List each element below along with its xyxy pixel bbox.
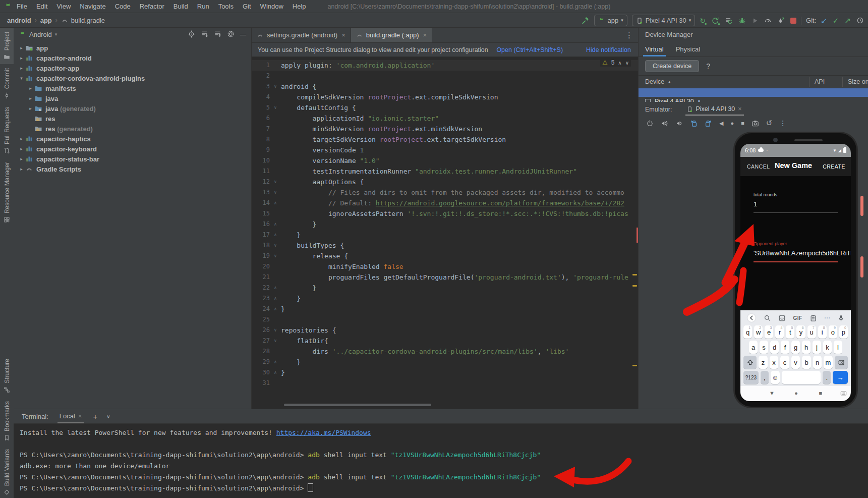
cancel-button[interactable]: CANCEL	[747, 163, 770, 170]
terminal-tab-local[interactable]: Local ×	[57, 409, 84, 423]
sidebar-item-structure[interactable]: Structure	[0, 355, 14, 397]
sidebar-item-commit[interactable]: Commit	[0, 64, 14, 102]
expand-all-icon[interactable]	[201, 30, 208, 39]
tree-item-capacitor-android[interactable]: ▸capacitor-android	[14, 53, 251, 63]
volume-up-icon[interactable]	[661, 120, 668, 127]
prev-issue-icon[interactable]: ∧	[618, 60, 621, 66]
volume-down-icon[interactable]	[675, 120, 683, 127]
sidebar-item-resource-manager[interactable]: Resource Manager	[0, 158, 14, 227]
mic-icon[interactable]	[837, 314, 845, 322]
form-field-total-rounds[interactable]: total rounds1	[754, 192, 838, 213]
run-restart-icon[interactable]: ↻■	[700, 17, 706, 24]
open-project-structure-link[interactable]: Open (Ctrl+Alt+Shift+S)	[496, 46, 563, 53]
warning-stripe-mark[interactable]	[632, 285, 637, 287]
new-terminal-icon[interactable]: +	[93, 412, 97, 421]
rotate-right-icon[interactable]	[705, 120, 712, 127]
fold-marker-icon[interactable]: ∧	[270, 293, 281, 304]
build-hammer-icon[interactable]	[581, 16, 590, 25]
key-h[interactable]: h	[802, 341, 811, 354]
form-field-opponent-player[interactable]: Opponent player'SUr8wwNhLAzempoch5d6hLRi…	[754, 241, 838, 262]
column-api[interactable]: API	[809, 77, 842, 87]
tab-build-gradle-app[interactable]: build.gradle (:app)×	[351, 28, 432, 42]
menu-item-help[interactable]: Help	[288, 3, 311, 10]
key-j[interactable]: j	[813, 341, 821, 354]
key-comma[interactable]: ,	[761, 371, 769, 384]
fold-marker-icon[interactable]: ∨	[270, 177, 281, 187]
tree-item-res[interactable]: res	[14, 114, 251, 124]
key-i[interactable]: i8	[818, 325, 827, 339]
menu-item-refactor[interactable]: Refactor	[135, 3, 169, 10]
back-icon[interactable]: ◀	[719, 120, 723, 127]
gif-button[interactable]: GIF	[793, 315, 802, 321]
fold-marker-icon[interactable]: ∨	[270, 187, 281, 198]
sidebar-item-build-variants[interactable]: Build Variants	[0, 445, 14, 498]
close-icon[interactable]: ×	[423, 31, 427, 39]
key-enter[interactable]: →	[833, 371, 848, 384]
fold-marker-icon[interactable]: ∧	[270, 219, 281, 230]
menu-item-file[interactable]: File	[12, 3, 32, 10]
key-c[interactable]: c	[780, 356, 789, 369]
chevron-down-icon[interactable]: ∨	[106, 414, 110, 419]
help-icon[interactable]: ?	[706, 62, 710, 70]
chevron-right-icon[interactable]: ▸	[18, 45, 25, 50]
tree-item-res-generated[interactable]: res (generated)	[14, 124, 251, 134]
key-space[interactable]	[782, 371, 821, 384]
chevron-right-icon[interactable]: ▸	[27, 106, 34, 111]
fold-marker-icon[interactable]: ∧	[270, 230, 281, 240]
field-value[interactable]: 1	[754, 200, 838, 208]
sidebar-item-bookmarks[interactable]: Bookmarks	[0, 397, 14, 445]
key-shift[interactable]	[743, 356, 757, 369]
fold-marker-icon[interactable]: ∧	[270, 198, 281, 208]
key-s[interactable]: s	[760, 341, 768, 354]
tab-physical[interactable]: Physical	[676, 41, 700, 57]
key-period[interactable]: .	[823, 371, 831, 384]
nav-home-icon[interactable]: ●	[794, 390, 798, 396]
nav-keyboard-icon[interactable]	[840, 390, 847, 397]
tree-item-java[interactable]: ▸java	[14, 93, 251, 103]
close-icon[interactable]: ×	[341, 31, 345, 39]
key-emoji[interactable]: ☺	[771, 371, 780, 384]
chevron-right-icon[interactable]: ▸	[18, 167, 25, 172]
code-editor[interactable]: 1apply plugin: 'com.android.application'…	[252, 57, 638, 410]
terminal-link[interactable]: https://aka.ms/PSWindows	[276, 429, 371, 436]
tree-item-gradle-scripts[interactable]: ▸Gradle Scripts	[14, 164, 251, 174]
sidebar-item-pull-requests[interactable]: Pull Requests	[0, 103, 14, 158]
close-icon[interactable]: ×	[78, 412, 82, 420]
key-r[interactable]: r4	[775, 325, 784, 339]
horizontal-scrollbar[interactable]	[284, 404, 431, 406]
nav-overview-icon[interactable]: ■	[819, 390, 822, 396]
fold-marker-icon[interactable]: ∨	[270, 102, 281, 113]
menu-item-edit[interactable]: Edit	[32, 3, 52, 10]
emulator-tab[interactable]: Pixel 4 API 30 ×	[685, 105, 744, 116]
stop-icon[interactable]	[790, 18, 796, 24]
close-icon[interactable]: ×	[738, 105, 741, 113]
tree-item-capacitor-app[interactable]: ▸capacitor-app	[14, 63, 251, 73]
overview-icon[interactable]: ■	[741, 120, 744, 126]
warning-stripe-mark[interactable]	[632, 274, 637, 275]
target-device-select[interactable]: Pixel 4 API 30 ▾	[632, 15, 695, 26]
key-l[interactable]: l	[834, 341, 842, 354]
tree-item-capacitor-status-bar[interactable]: ▸capacitor-status-bar	[14, 154, 251, 164]
key-x[interactable]: x	[770, 356, 779, 369]
history-icon[interactable]	[856, 17, 864, 24]
key-e[interactable]: e3	[765, 325, 773, 339]
key-t[interactable]: t5	[786, 325, 794, 339]
field-value[interactable]: 'SUr8wwNhLAzempoch5d6hLRiTh8Cjcjb	[754, 249, 838, 257]
tree-item-manifests[interactable]: ▸manifests	[14, 83, 251, 93]
apply-code-changes-icon[interactable]	[725, 17, 733, 25]
device-checkbox[interactable]	[645, 99, 651, 102]
more-horiz-icon[interactable]: ⋯	[824, 314, 830, 321]
key-z[interactable]: z	[759, 356, 768, 369]
chevron-right-icon[interactable]: ▸	[18, 56, 25, 61]
hide-icon[interactable]: —	[240, 31, 246, 38]
collapse-all-icon[interactable]	[214, 30, 221, 39]
menu-item-code[interactable]: Code	[110, 3, 135, 10]
hide-notification-link[interactable]: Hide notification	[586, 46, 631, 53]
tab-settings-gradle-android[interactable]: settings.gradle (android)×	[252, 28, 351, 42]
key-p[interactable]: p0	[839, 325, 848, 339]
key-m[interactable]: m	[824, 356, 833, 369]
key-k[interactable]: k	[823, 341, 832, 354]
apply-changes-icon[interactable]: A	[711, 17, 719, 25]
key-w[interactable]: w2	[754, 325, 763, 339]
key-o[interactable]: o9	[829, 325, 837, 339]
